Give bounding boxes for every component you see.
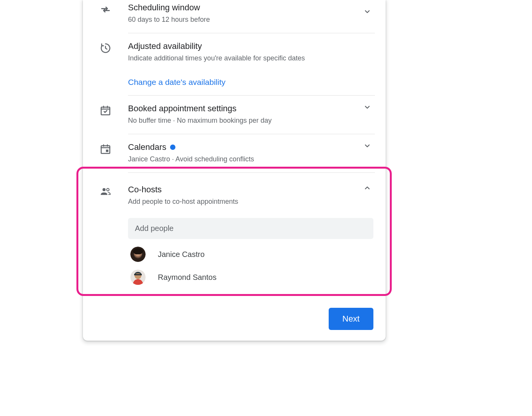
svg-rect-2 bbox=[106, 150, 108, 152]
svg-rect-9 bbox=[134, 274, 142, 275]
booked-settings-subtitle: No buffer time · No maximum bookings per… bbox=[128, 115, 375, 125]
change-date-availability-link[interactable]: Change a date's availability bbox=[128, 78, 225, 87]
cohost-list-item[interactable]: Raymond Santos bbox=[128, 270, 375, 285]
avatar bbox=[130, 247, 146, 262]
scheduling-window-title: Scheduling window bbox=[128, 2, 375, 13]
booked-settings-title: Booked appointment settings bbox=[128, 103, 375, 114]
blue-dot-indicator-icon bbox=[170, 145, 175, 150]
calendars-title-text: Calendars bbox=[128, 142, 166, 153]
next-button[interactable]: Next bbox=[329, 308, 373, 330]
svg-point-4 bbox=[107, 188, 109, 191]
cohost-name: Janice Castro bbox=[158, 250, 204, 259]
calendar-day-icon bbox=[100, 143, 111, 155]
svg-rect-1 bbox=[101, 146, 110, 153]
avatar bbox=[130, 270, 146, 285]
section-booked-settings[interactable]: Booked appointment settings No buffer ti… bbox=[83, 96, 386, 134]
adjusted-availability-title: Adjusted availability bbox=[128, 41, 375, 52]
chevron-down-icon[interactable] bbox=[363, 141, 372, 150]
people-icon bbox=[100, 186, 111, 197]
adjusted-availability-subtitle: Indicate additional times you're availab… bbox=[128, 53, 375, 63]
add-people-input[interactable] bbox=[128, 218, 373, 239]
calendars-title: Calendars bbox=[128, 142, 375, 153]
svg-rect-0 bbox=[101, 107, 110, 115]
section-cohosts: Co-hosts Add people to co-host appointme… bbox=[83, 173, 386, 297]
calendar-check-icon bbox=[100, 105, 111, 116]
cohost-name: Raymond Santos bbox=[158, 273, 216, 282]
chevron-down-icon[interactable] bbox=[363, 102, 372, 112]
svg-point-3 bbox=[102, 188, 105, 191]
section-scheduling-window[interactable]: Scheduling window 60 days to 12 hours be… bbox=[83, 0, 386, 33]
cohosts-title: Co-hosts bbox=[128, 184, 375, 195]
settings-card: Scheduling window 60 days to 12 hours be… bbox=[83, 0, 386, 341]
clock-update-icon bbox=[100, 42, 111, 54]
chevron-down-icon[interactable] bbox=[363, 7, 372, 16]
card-footer: Next bbox=[83, 297, 386, 330]
cohost-list-item[interactable]: Janice Castro bbox=[128, 247, 375, 262]
cohosts-subtitle: Add people to co-host appointments bbox=[128, 197, 375, 206]
section-adjusted-availability: Adjusted availability Indicate additiona… bbox=[83, 33, 386, 96]
section-calendars[interactable]: Calendars Janice Castro · Avoid scheduli… bbox=[83, 134, 386, 173]
scheduling-window-subtitle: 60 days to 12 hours before bbox=[128, 15, 375, 24]
calendars-subtitle: Janice Castro · Avoid scheduling conflic… bbox=[128, 154, 375, 164]
chevron-up-icon[interactable] bbox=[363, 184, 372, 193]
swap-arrows-icon bbox=[100, 4, 111, 15]
